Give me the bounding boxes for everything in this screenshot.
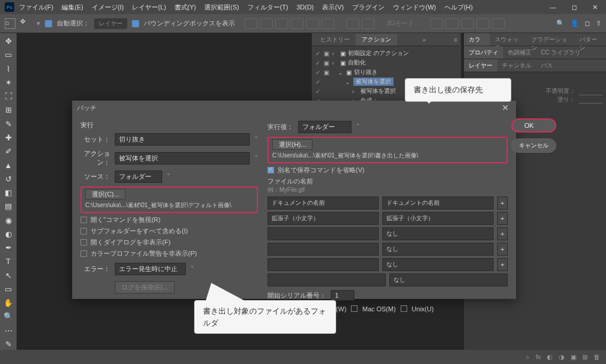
- align-center-icon[interactable]: [260, 18, 273, 29]
- 3d-scale-icon[interactable]: [492, 18, 505, 29]
- menu-select[interactable]: 選択範囲(S): [201, 3, 243, 12]
- menu-edit[interactable]: 編集(E): [58, 3, 87, 12]
- hide-open-checkbox[interactable]: [80, 239, 87, 246]
- error-dropdown[interactable]: エラー発生時に中止: [115, 263, 186, 275]
- edit-toolbar-icon[interactable]: ✎: [2, 339, 15, 350]
- compat-mac-checkbox[interactable]: [351, 305, 357, 312]
- home-icon[interactable]: ⌂: [5, 18, 15, 29]
- autoselect-target[interactable]: レイヤー: [94, 18, 127, 29]
- tab-channels[interactable]: チャンネル: [497, 59, 536, 72]
- name-5-add-icon[interactable]: +: [497, 258, 508, 271]
- stamp-tool[interactable]: ▲: [2, 159, 15, 170]
- name-4-add-icon[interactable]: +: [497, 243, 508, 256]
- share-icon[interactable]: ⇪: [596, 20, 601, 27]
- compat-unix-checkbox[interactable]: [401, 305, 407, 312]
- tab-history[interactable]: ヒストリー: [314, 34, 356, 46]
- pen-tool[interactable]: ✒: [2, 242, 15, 253]
- source-dropdown[interactable]: フォルダー: [115, 170, 162, 183]
- name-1-add-icon[interactable]: +: [497, 197, 508, 210]
- ok-button[interactable]: OK: [511, 118, 556, 133]
- dodge-tool[interactable]: ◐: [2, 228, 15, 240]
- align-right-icon[interactable]: [275, 18, 288, 29]
- 3d-roll-icon[interactable]: [461, 18, 474, 29]
- eraser-tool[interactable]: ◧: [2, 187, 15, 198]
- ignore-open-checkbox[interactable]: [80, 217, 87, 223]
- name-4-left[interactable]: [267, 243, 379, 256]
- path-tool[interactable]: ↖: [2, 270, 15, 281]
- include-sub-checkbox[interactable]: [80, 228, 87, 234]
- align-top-icon[interactable]: [291, 18, 304, 29]
- tab-cclib[interactable]: CC ライブラリ: [536, 46, 585, 59]
- wand-tool[interactable]: ✶: [2, 77, 15, 88]
- tab-color[interactable]: カラー: [464, 33, 490, 46]
- fill-value[interactable]: [579, 95, 602, 104]
- tab-pattern[interactable]: パターン: [575, 33, 606, 46]
- heal-tool[interactable]: ✚: [2, 132, 15, 143]
- move-tool-icon[interactable]: ✥: [20, 18, 32, 30]
- history-brush-tool[interactable]: ↺: [2, 173, 15, 185]
- menu-view[interactable]: 表示(V): [318, 3, 347, 12]
- dist-h-icon[interactable]: [346, 18, 359, 29]
- 3d-pan-icon[interactable]: [446, 18, 459, 29]
- frame-tool[interactable]: ⊞: [2, 104, 15, 115]
- gradient-tool[interactable]: ▤: [2, 201, 15, 212]
- actions-menu-icon[interactable]: ≡: [454, 36, 457, 43]
- window-minimize-icon[interactable]: —: [546, 4, 560, 11]
- name-2-right[interactable]: 拡張子（小文字）: [382, 212, 494, 225]
- tab-properties[interactable]: プロパティ: [464, 46, 503, 59]
- zoom-tool[interactable]: 🔍: [2, 311, 15, 322]
- name-6-right[interactable]: なし: [389, 273, 508, 286]
- name-5-right[interactable]: なし: [382, 258, 494, 271]
- set-dropdown[interactable]: 切り抜き: [115, 133, 250, 146]
- window-close-icon[interactable]: ✕: [589, 4, 601, 11]
- marquee-tool[interactable]: ▭: [2, 49, 15, 60]
- tab-gradient[interactable]: グラデーション: [527, 33, 575, 46]
- shape-tool[interactable]: ▭: [2, 284, 15, 295]
- menu-file[interactable]: ファイル(F): [15, 3, 57, 12]
- saveas-override-checkbox[interactable]: [267, 167, 274, 173]
- status-link-icon[interactable]: ⟐: [526, 353, 530, 360]
- boundbox-checkbox[interactable]: [132, 20, 139, 27]
- action-set-default[interactable]: 初期設定 のアクション: [348, 49, 409, 57]
- status-fx-icon[interactable]: fx: [536, 353, 541, 360]
- name-1-left[interactable]: ドキュメントの名前: [267, 197, 379, 210]
- actions-collapse-icon[interactable]: »: [423, 36, 426, 43]
- status-mask-icon[interactable]: ◐: [547, 353, 553, 361]
- menu-image[interactable]: イメージ(I): [88, 3, 127, 12]
- autoselect-checkbox[interactable]: [45, 20, 52, 27]
- tab-layers[interactable]: レイヤー: [464, 59, 497, 72]
- dist-v-icon[interactable]: [362, 18, 375, 29]
- type-tool[interactable]: T: [2, 256, 15, 267]
- lasso-tool[interactable]: ⌇: [2, 63, 15, 75]
- after-dropdown[interactable]: フォルダー: [298, 121, 352, 133]
- window-restore-icon[interactable]: ◻: [568, 4, 581, 11]
- select-dest-button[interactable]: 選択(H)...: [272, 139, 312, 150]
- action-set-crop[interactable]: 切り抜き: [354, 68, 378, 76]
- status-adjust-icon[interactable]: ◑: [559, 353, 565, 361]
- move-tool[interactable]: ✥: [2, 36, 15, 47]
- eyedropper-tool[interactable]: ✎: [2, 118, 15, 130]
- hide-profile-checkbox[interactable]: [80, 250, 87, 257]
- crop-tool[interactable]: ⛶: [2, 91, 15, 102]
- action-set-auto[interactable]: 自動化: [348, 59, 366, 67]
- opacity-value[interactable]: [579, 87, 602, 95]
- menu-3d[interactable]: 3D(D): [293, 4, 317, 11]
- dialog-close-icon[interactable]: ✕: [499, 102, 511, 114]
- align-middle-icon[interactable]: [306, 18, 319, 29]
- blur-tool[interactable]: ◉: [2, 214, 15, 226]
- more-tools[interactable]: ⋯: [2, 325, 15, 336]
- brush-tool[interactable]: ✐: [2, 146, 15, 157]
- status-trash-icon[interactable]: 🗑: [594, 353, 600, 360]
- menu-type[interactable]: 書式(Y): [171, 3, 200, 12]
- align-left-icon[interactable]: [244, 18, 257, 29]
- tab-swatch[interactable]: スウォッチ: [490, 33, 527, 46]
- name-2-left[interactable]: 拡張子（小文字）: [267, 212, 379, 225]
- hand-tool[interactable]: ✋: [2, 297, 15, 308]
- menu-layer[interactable]: レイヤー(L): [128, 3, 169, 12]
- name-1-right[interactable]: ドキュメントの名前: [382, 197, 494, 210]
- tab-adjust[interactable]: 色調補正: [503, 46, 536, 59]
- name-4-right[interactable]: なし: [382, 243, 494, 256]
- status-folder-icon[interactable]: ▣: [570, 353, 576, 361]
- name-3-right[interactable]: なし: [382, 227, 494, 240]
- workspace-icon[interactable]: ◻: [585, 20, 590, 27]
